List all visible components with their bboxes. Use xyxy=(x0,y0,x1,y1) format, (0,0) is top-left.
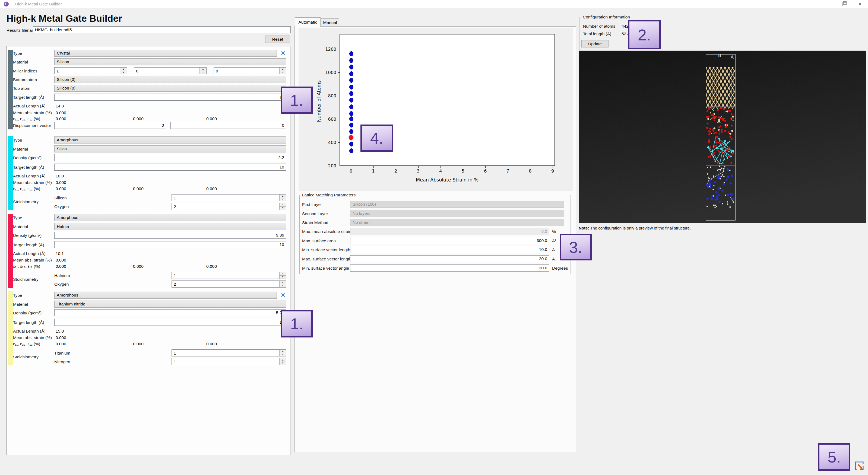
material-dropdown[interactable]: Hafnia xyxy=(54,223,286,230)
type-dropdown[interactable]: Amorphous xyxy=(54,136,286,144)
top-atom-label: Top atom xyxy=(13,86,30,91)
spin-up-icon[interactable]: ▲ xyxy=(280,203,286,207)
reset-button[interactable]: Reset xyxy=(265,35,290,43)
stoichiometry-spinbox[interactable]: 1▲▼ xyxy=(172,272,286,279)
top-atom-dropdown[interactable]: Silicon (0) xyxy=(54,85,286,92)
candidate-point[interactable] xyxy=(349,148,353,153)
tab-manual[interactable]: Manual xyxy=(321,19,339,27)
candidate-point[interactable] xyxy=(349,129,353,134)
candidate-point[interactable] xyxy=(349,116,353,121)
spin-down-icon[interactable]: ▼ xyxy=(280,71,286,74)
material-dropdown[interactable]: Silicon xyxy=(54,58,286,65)
lattice-unit-label: Å xyxy=(552,257,555,261)
remove-layer-button[interactable]: ✕ xyxy=(279,291,287,299)
type-dropdown[interactable]: Crystal xyxy=(54,50,277,57)
lattice-row-label: Max. surface area xyxy=(302,239,336,243)
actual-length-label: Actual Length (Å) xyxy=(13,329,45,334)
spin-up-icon[interactable]: ▲ xyxy=(280,272,286,276)
target-length-input[interactable]: 10 xyxy=(54,241,286,248)
close-icon: ✕ xyxy=(858,2,862,6)
spin-down-icon[interactable]: ▼ xyxy=(200,71,206,74)
resize-indicator-icon[interactable] xyxy=(854,461,865,471)
miller-l-spinbox[interactable]: 0▲▼ xyxy=(214,67,286,74)
stoichiometry-spinbox[interactable]: 1▲▼ xyxy=(172,194,286,201)
remove-layer-button[interactable]: ✕ xyxy=(279,50,287,57)
stoichiometry-spinbox[interactable]: 1▲▼ xyxy=(172,349,286,356)
target-length-input[interactable]: 15 xyxy=(54,94,286,101)
target-length-label: Target length (Å) xyxy=(13,165,44,170)
annotation-step-marker: 3. xyxy=(560,234,592,260)
candidate-point[interactable] xyxy=(349,123,353,127)
spin-down-icon[interactable]: ▼ xyxy=(280,353,286,356)
density-input[interactable]: 9.39 xyxy=(54,232,286,239)
stoichiometry-spinbox[interactable]: 2▲▼ xyxy=(172,281,286,288)
selected-point[interactable] xyxy=(348,134,354,140)
candidate-point[interactable] xyxy=(349,78,353,83)
results-filename-input[interactable]: HKMG_builder.hdf5 xyxy=(33,26,291,33)
spin-buttons[interactable]: ▲▼ xyxy=(279,272,286,279)
y-tick-label: 200 xyxy=(321,163,336,168)
update-button[interactable]: Update xyxy=(581,40,609,48)
spin-up-icon[interactable]: ▲ xyxy=(120,68,127,71)
candidate-point[interactable] xyxy=(349,111,353,116)
lattice-input[interactable]: 300.0 xyxy=(350,237,549,244)
spin-buttons[interactable]: ▲▼ xyxy=(279,194,286,201)
candidate-point[interactable] xyxy=(349,104,353,109)
spin-buttons[interactable]: ▲▼ xyxy=(279,203,286,210)
spin-buttons[interactable]: ▲▼ xyxy=(120,68,127,74)
structure-preview-3d[interactable]: BAC xyxy=(579,51,866,223)
target-length-input[interactable]: 15 xyxy=(54,319,286,326)
spin-buttons[interactable]: ▲▼ xyxy=(279,281,286,287)
spin-buttons[interactable]: ▲▼ xyxy=(279,68,286,74)
candidate-point[interactable] xyxy=(349,85,353,90)
actual-length-label: Actual Length (Å) xyxy=(13,251,45,256)
lattice-row-label: Max. surface vector length xyxy=(302,257,351,261)
miller-h-spinbox[interactable]: 1▲▼ xyxy=(54,67,127,74)
material-dropdown[interactable]: Silica xyxy=(54,146,286,153)
epsilon-value: 0.000 xyxy=(133,264,144,269)
lattice-input[interactable]: 10.0 xyxy=(350,246,549,253)
spin-down-icon[interactable]: ▼ xyxy=(280,276,286,279)
candidate-point[interactable] xyxy=(349,71,353,76)
bottom-atom-dropdown[interactable]: Silicon (0) xyxy=(54,76,286,83)
spin-up-icon[interactable]: ▲ xyxy=(280,68,286,71)
spin-down-icon[interactable]: ▼ xyxy=(120,71,127,74)
displacement-y-input[interactable]: 0 xyxy=(170,122,286,129)
density-input[interactable]: 5.21 xyxy=(54,309,286,316)
x-tick-mark xyxy=(508,166,508,168)
spin-up-icon[interactable]: ▲ xyxy=(280,281,286,284)
stoichiometry-spinbox[interactable]: 1▲▼ xyxy=(172,358,286,365)
stoichiometry-spinbox[interactable]: 2▲▼ xyxy=(172,203,286,210)
spin-down-icon[interactable]: ▼ xyxy=(280,198,286,201)
spin-down-icon[interactable]: ▼ xyxy=(280,362,286,365)
close-button[interactable]: ✕ xyxy=(852,0,868,8)
tab-automatic[interactable]: Automatic xyxy=(295,18,320,27)
spin-buttons[interactable]: ▲▼ xyxy=(279,350,286,356)
target-length-input[interactable]: 10 xyxy=(54,164,286,171)
candidate-point[interactable] xyxy=(349,141,353,147)
lattice-input[interactable]: 20.0 xyxy=(350,255,549,262)
material-dropdown[interactable]: Titanium nitride xyxy=(54,300,286,308)
candidate-point[interactable] xyxy=(349,65,353,69)
spin-up-icon[interactable]: ▲ xyxy=(200,68,206,71)
spin-down-icon[interactable]: ▼ xyxy=(280,284,286,288)
candidate-point[interactable] xyxy=(349,51,353,56)
spin-buttons[interactable]: ▲▼ xyxy=(199,68,206,74)
candidate-point[interactable] xyxy=(349,98,353,102)
candidate-point[interactable] xyxy=(349,58,353,63)
spin-down-icon[interactable]: ▼ xyxy=(280,207,286,210)
density-label: Density (g/cm³) xyxy=(13,155,41,160)
displacement-x-input[interactable]: 0 xyxy=(54,122,166,129)
type-dropdown[interactable]: Amorphous xyxy=(54,292,277,299)
spin-up-icon[interactable]: ▲ xyxy=(280,358,286,362)
spin-up-icon[interactable]: ▲ xyxy=(280,194,286,198)
spin-buttons[interactable]: ▲▼ xyxy=(279,358,286,365)
lattice-input[interactable]: 30.0 xyxy=(350,264,549,272)
minimize-button[interactable] xyxy=(820,0,836,8)
miller-k-spinbox[interactable]: 0▲▼ xyxy=(134,67,207,74)
spin-up-icon[interactable]: ▲ xyxy=(280,350,286,353)
candidate-point[interactable] xyxy=(349,91,353,96)
restore-button[interactable] xyxy=(836,0,852,8)
type-dropdown[interactable]: Amorphous xyxy=(54,214,286,221)
density-input[interactable]: 2.2 xyxy=(54,154,286,161)
